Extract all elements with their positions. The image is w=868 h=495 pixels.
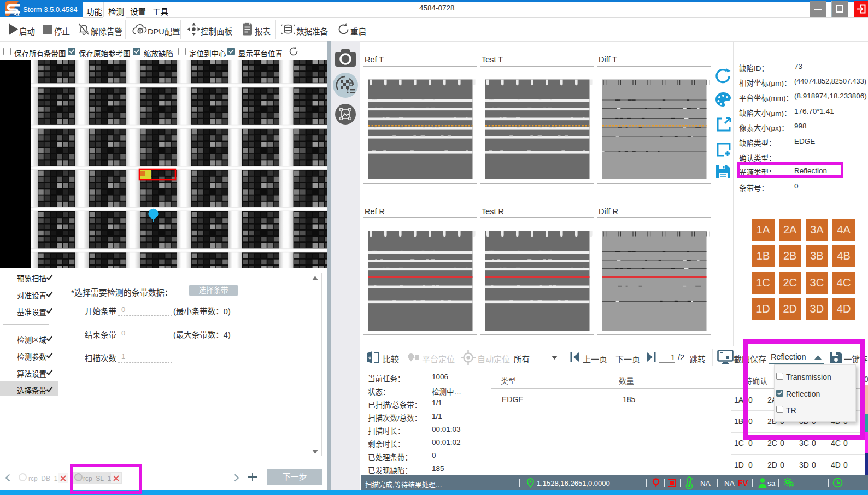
svg-text:c: c — [691, 477, 693, 480]
